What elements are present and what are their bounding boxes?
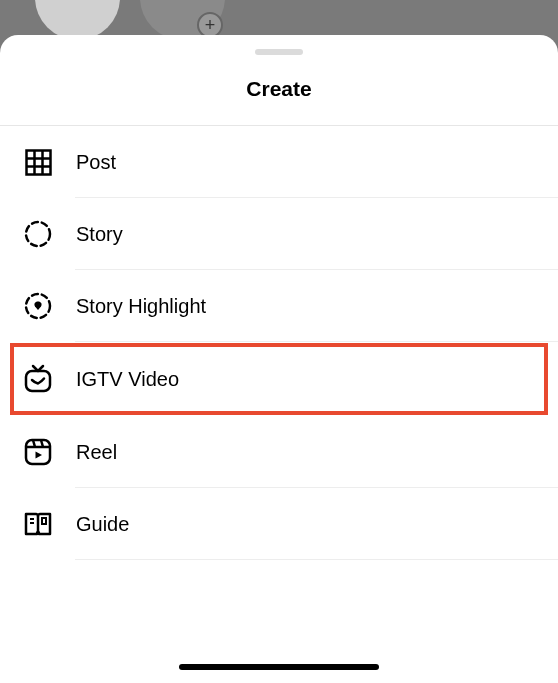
grid-icon [23, 147, 53, 177]
create-menu-list: Post Story Story Highlight [0, 126, 558, 560]
sheet-title: Create [0, 77, 558, 101]
menu-item-reel[interactable]: Reel [0, 416, 558, 488]
stories-background: + [0, 0, 558, 40]
menu-item-story[interactable]: Story [0, 198, 558, 270]
story-avatar: + [140, 0, 225, 40]
svg-rect-0 [26, 150, 50, 174]
menu-item-post[interactable]: Post [0, 126, 558, 198]
menu-item-label: Post [76, 151, 116, 174]
igtv-icon [23, 364, 53, 394]
home-indicator[interactable] [179, 664, 379, 670]
divider [75, 341, 558, 342]
svg-rect-7 [26, 371, 50, 391]
sheet-grabber[interactable] [255, 49, 303, 55]
menu-item-igtv-video[interactable]: IGTV Video [10, 343, 548, 415]
menu-item-guide[interactable]: Guide [0, 488, 558, 560]
reel-icon [23, 437, 53, 467]
menu-item-label: Story Highlight [76, 295, 206, 318]
story-highlight-icon [23, 291, 53, 321]
menu-item-label: Story [76, 223, 123, 246]
menu-item-story-highlight[interactable]: Story Highlight [0, 270, 558, 342]
menu-item-label: Guide [76, 513, 129, 536]
story-avatar [35, 0, 120, 40]
create-sheet: Create Post Story [0, 35, 558, 683]
svg-point-5 [26, 222, 50, 246]
divider [75, 559, 558, 560]
story-circle-icon [23, 219, 53, 249]
menu-item-label: IGTV Video [76, 368, 179, 391]
menu-item-label: Reel [76, 441, 117, 464]
svg-rect-8 [26, 440, 50, 464]
guide-icon [23, 509, 53, 539]
svg-rect-15 [42, 518, 46, 524]
